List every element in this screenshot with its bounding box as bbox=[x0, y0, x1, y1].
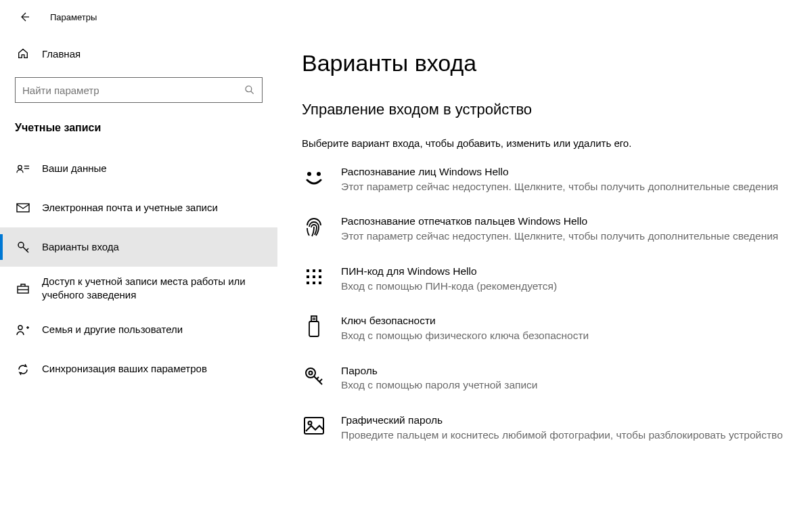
people-plus-icon bbox=[15, 324, 31, 336]
svg-rect-20 bbox=[307, 275, 309, 278]
sidebar-item-label: Ваши данные bbox=[42, 162, 107, 175]
section-title: Учетные записи bbox=[0, 122, 277, 149]
svg-rect-29 bbox=[309, 321, 319, 336]
option-security-key[interactable]: Ключ безопасности Вход с помощью физичес… bbox=[302, 314, 785, 343]
option-title: Графический пароль bbox=[341, 414, 783, 428]
sidebar-item-label: Варианты входа bbox=[42, 240, 119, 254]
option-desc: Этот параметр сейчас недоступен. Щелкнит… bbox=[341, 179, 778, 194]
key-icon bbox=[15, 240, 31, 254]
option-picture-password[interactable]: Графический пароль Проведите пальцем и к… bbox=[302, 414, 785, 443]
option-desc: Вход с помощью ПИН-кода (рекомендуется) bbox=[341, 279, 557, 294]
svg-rect-21 bbox=[313, 275, 315, 278]
svg-rect-23 bbox=[307, 282, 309, 284]
back-button[interactable] bbox=[12, 5, 37, 29]
svg-rect-26 bbox=[311, 316, 317, 321]
signin-options-list: Распознавание лиц Windows Hello Этот пар… bbox=[302, 165, 785, 443]
sidebar-item-label: Электронная почта и учетные записи bbox=[42, 201, 218, 215]
sidebar-item-your-info[interactable]: Ваши данные bbox=[0, 149, 277, 188]
option-desc: Этот параметр сейчас недоступен. Щелкнит… bbox=[341, 229, 778, 244]
svg-point-30 bbox=[306, 368, 315, 378]
option-title: ПИН-код для Windows Hello bbox=[341, 265, 557, 279]
svg-point-31 bbox=[309, 371, 313, 374]
option-pin[interactable]: ПИН-код для Windows Hello Вход с помощью… bbox=[302, 265, 785, 294]
svg-line-34 bbox=[317, 377, 319, 379]
instruction-text: Выберите вариант входа, чтобы добавить, … bbox=[302, 137, 785, 149]
sidebar-item-work-school[interactable]: Доступ к учетной записи места работы или… bbox=[0, 267, 277, 311]
option-title: Ключ безопасности bbox=[341, 314, 589, 328]
option-desc: Вход с помощью физического ключа безопас… bbox=[341, 328, 589, 343]
svg-point-16 bbox=[317, 172, 321, 176]
svg-rect-27 bbox=[313, 317, 314, 320]
sidebar-item-email-accounts[interactable]: Электронная почта и учетные записи bbox=[0, 188, 277, 227]
svg-line-9 bbox=[26, 248, 28, 250]
option-desc: Вход с помощью пароля учетной записи bbox=[341, 378, 538, 393]
search-input[interactable] bbox=[22, 85, 244, 96]
keypad-icon bbox=[302, 265, 326, 289]
option-title: Распознавание отпечатков пальцев Windows… bbox=[341, 215, 778, 229]
svg-rect-24 bbox=[313, 282, 315, 284]
svg-point-7 bbox=[18, 242, 24, 248]
sidebar-item-sync[interactable]: Синхронизация ваших параметров bbox=[0, 350, 277, 389]
picture-icon bbox=[302, 414, 326, 438]
search-icon bbox=[244, 85, 255, 95]
svg-rect-17 bbox=[307, 269, 309, 272]
usb-key-icon bbox=[302, 314, 326, 338]
option-title: Пароль bbox=[341, 364, 538, 378]
option-fingerprint[interactable]: Распознавание отпечатков пальцев Windows… bbox=[302, 215, 785, 244]
svg-rect-35 bbox=[304, 418, 323, 434]
briefcase-icon bbox=[15, 282, 31, 294]
search-box[interactable] bbox=[15, 77, 263, 103]
svg-line-2 bbox=[251, 91, 254, 94]
home-link[interactable]: Главная bbox=[0, 42, 277, 65]
svg-point-15 bbox=[307, 172, 311, 176]
person-card-icon bbox=[15, 163, 31, 174]
svg-point-36 bbox=[309, 421, 312, 424]
subheading: Управление входом в устройство bbox=[302, 101, 785, 118]
sidebar-item-label: Синхронизация ваших параметров bbox=[42, 362, 207, 376]
mail-icon bbox=[15, 202, 31, 213]
page-title: Варианты входа bbox=[302, 50, 785, 76]
option-title: Распознавание лиц Windows Hello bbox=[341, 165, 778, 179]
svg-point-12 bbox=[18, 326, 22, 330]
option-password[interactable]: Пароль Вход с помощью пароля учетной зап… bbox=[302, 364, 785, 393]
window-title: Параметры bbox=[50, 12, 97, 22]
option-desc: Проведите пальцем и коснитесь любимой фо… bbox=[341, 428, 783, 443]
main-content: Варианты входа Управление входом в устро… bbox=[277, 34, 812, 511]
home-icon bbox=[15, 47, 31, 60]
home-label: Главная bbox=[42, 48, 81, 60]
svg-point-3 bbox=[18, 165, 22, 169]
svg-line-33 bbox=[319, 379, 322, 382]
window-header: Параметры bbox=[0, 0, 812, 34]
svg-rect-28 bbox=[315, 317, 316, 320]
svg-rect-25 bbox=[319, 282, 321, 284]
sidebar-item-label: Семья и другие пользователи bbox=[42, 323, 183, 336]
option-face[interactable]: Распознавание лиц Windows Hello Этот пар… bbox=[302, 165, 785, 194]
sidebar-item-family[interactable]: Семья и другие пользователи bbox=[0, 311, 277, 350]
fingerprint-icon bbox=[302, 215, 326, 239]
svg-rect-22 bbox=[319, 275, 321, 278]
face-icon bbox=[302, 165, 326, 190]
sidebar-item-signin-options[interactable]: Варианты входа bbox=[0, 227, 277, 267]
sidebar: Главная Учетные записи Ваши данные Элект… bbox=[0, 34, 277, 511]
svg-rect-18 bbox=[313, 269, 315, 272]
sync-icon bbox=[15, 363, 31, 376]
key-large-icon bbox=[302, 364, 326, 388]
sidebar-item-label: Доступ к учетной записи места работы или… bbox=[42, 275, 263, 303]
svg-point-1 bbox=[246, 86, 252, 92]
svg-rect-6 bbox=[17, 204, 29, 212]
nav-list: Ваши данные Электронная почта и учетные … bbox=[0, 149, 277, 389]
svg-rect-19 bbox=[319, 269, 321, 272]
